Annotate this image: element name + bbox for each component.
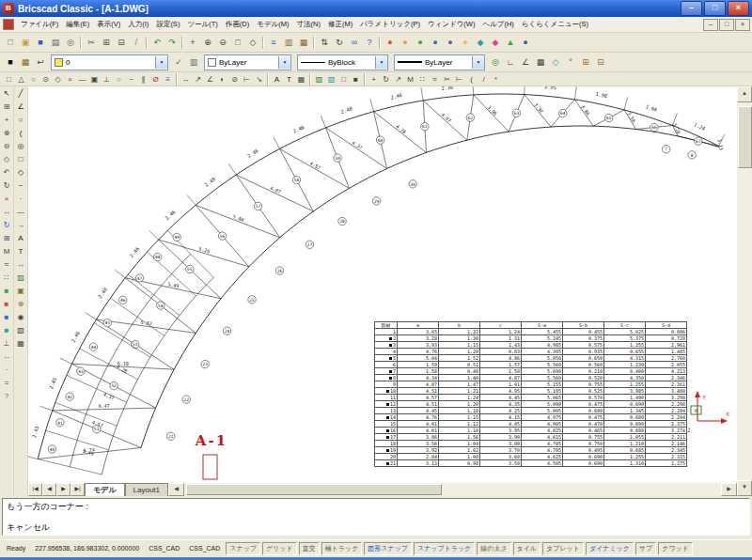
hatch-icon[interactable]: ▨ xyxy=(313,73,325,85)
text-multi-icon[interactable]: T xyxy=(283,73,295,85)
donut-icon[interactable]: ◉ xyxy=(15,310,27,323)
pan-icon[interactable]: + xyxy=(1,113,13,126)
view-sw-iso-icon[interactable]: ■ xyxy=(1,297,13,310)
ucs-icon[interactable]: ⊥ xyxy=(1,336,13,350)
menu-item-11[interactable]: ウィンドウ(W) xyxy=(424,19,478,30)
snap-center-icon[interactable]: ○ xyxy=(27,73,39,85)
view-right-icon[interactable]: ● xyxy=(413,36,428,50)
rotate-icon[interactable]: ↻ xyxy=(1,218,13,231)
ellipse-icon[interactable]: ◎ xyxy=(15,139,27,152)
menu-item-3[interactable]: 入力(I) xyxy=(124,19,152,30)
materials-icon[interactable]: ◆ xyxy=(473,36,488,50)
ungroup-icon[interactable]: ⊟ xyxy=(593,55,608,70)
status-toggle-3[interactable]: 極トラック xyxy=(321,542,363,555)
mtext-icon[interactable]: T xyxy=(15,244,27,257)
zoom-out-icon[interactable]: ⊖ xyxy=(215,36,230,50)
mirror-icon[interactable]: M xyxy=(1,244,13,257)
spline-icon[interactable]: ~ xyxy=(15,179,27,192)
close-button[interactable]: × xyxy=(728,1,749,16)
menu-item-10[interactable]: パラメトリック(P) xyxy=(356,19,424,30)
maximize-button[interactable]: □ xyxy=(704,1,726,16)
status-toggle-10[interactable]: サブ xyxy=(635,542,656,555)
trim-icon[interactable]: ✂ xyxy=(441,73,453,85)
paste-icon[interactable]: ⊟ xyxy=(114,36,129,50)
status-toggle-7[interactable]: タイル xyxy=(513,542,541,555)
horizontal-scroll-track[interactable] xyxy=(184,483,721,496)
arc-icon[interactable]: ( xyxy=(15,126,27,139)
layers-icon[interactable]: ▦ xyxy=(296,36,311,50)
chamfer-icon[interactable]: / xyxy=(478,73,490,85)
units-icon[interactable]: ° xyxy=(563,55,578,70)
status-toggle-5[interactable]: スナップトラック xyxy=(414,542,475,555)
zoom-out-icon[interactable]: ⊖ xyxy=(1,139,13,152)
snap-insertion-icon[interactable]: ▣ xyxy=(88,73,101,85)
make-layer-current-icon[interactable]: ✓ xyxy=(171,55,186,70)
render-icon[interactable]: ● xyxy=(443,36,458,50)
child-restore-button[interactable]: □ xyxy=(719,19,734,31)
color-swatch-icon[interactable]: ■ xyxy=(3,55,18,70)
isometric-icon[interactable]: ◇ xyxy=(548,55,563,70)
drawing-canvas[interactable]: 2.432.452.462.482.462.462.482.462.462.48… xyxy=(28,86,737,483)
scroll-down-icon[interactable]: ▼ xyxy=(737,480,752,496)
snap-settings-icon[interactable]: ≡ xyxy=(162,73,174,85)
extend-icon[interactable]: ⊢ xyxy=(453,73,465,85)
move-icon[interactable]: + xyxy=(368,73,380,85)
match-properties-icon[interactable]: / xyxy=(129,36,144,50)
open-file-icon[interactable]: ▣ xyxy=(18,36,33,50)
link-icon[interactable]: ∞ xyxy=(347,36,362,50)
group-icon[interactable]: ⊞ xyxy=(578,55,593,70)
layer-settings-icon[interactable]: ▦ xyxy=(18,55,33,70)
quick-select-icon[interactable]: ⊞ xyxy=(1,100,13,113)
minimize-button[interactable]: – xyxy=(681,1,702,16)
horizontal-scrollbar[interactable]: ◀ ▶ xyxy=(168,483,737,496)
table-icon[interactable]: ▦ xyxy=(15,336,27,350)
command-window[interactable]: もう一方のコーナー : キャンセル xyxy=(2,498,750,536)
zoom-previous-icon[interactable]: ↶ xyxy=(1,165,13,179)
dim-aligned-icon[interactable]: ↗ xyxy=(192,73,204,85)
status-toggle-9[interactable]: ダイナミック xyxy=(586,542,634,555)
print-icon[interactable]: ▤ xyxy=(48,36,63,50)
dimension-icon[interactable]: ↔ xyxy=(15,257,27,271)
dim-angular-icon[interactable]: ∠ xyxy=(204,73,216,85)
wipeout-icon[interactable]: ▧ xyxy=(15,323,27,336)
linetype-combo[interactable]: ByBlock ▼ xyxy=(297,54,388,70)
pan-icon[interactable]: + xyxy=(185,36,200,50)
redo-icon[interactable]: ↷ xyxy=(164,36,180,50)
block-icon[interactable]: ▣ xyxy=(15,284,27,297)
snap-midpoint-icon[interactable]: △ xyxy=(15,73,27,85)
zoom-in-icon[interactable]: ⊕ xyxy=(1,126,13,139)
rectangle-icon[interactable]: □ xyxy=(15,152,27,165)
copy-icon[interactable]: ⊞ xyxy=(1,231,13,244)
offset-icon[interactable]: ≈ xyxy=(1,257,13,271)
draw-order-icon[interactable]: ⇅ xyxy=(317,36,332,50)
view-nw-iso-icon[interactable]: ■ xyxy=(1,323,13,336)
view-ne-iso-icon[interactable]: ■ xyxy=(1,310,13,323)
layer-combo[interactable]: 0 ▼ xyxy=(51,54,168,70)
construction-line-icon[interactable]: — xyxy=(15,205,27,218)
menu-item-1[interactable]: 編集(E) xyxy=(62,19,93,30)
menu-item-8[interactable]: 寸法(N) xyxy=(293,19,324,30)
dim-linear-icon[interactable]: ↔ xyxy=(180,73,192,85)
menu-item-12[interactable]: ヘルプ(H) xyxy=(478,19,517,30)
drawing-explorer-icon[interactable]: ▥ xyxy=(281,36,296,50)
snap-endpoint-icon[interactable]: □ xyxy=(3,73,15,85)
scroll-up-icon[interactable]: ▲ xyxy=(737,86,752,102)
entity-snap-icon[interactable]: ◎ xyxy=(488,55,503,70)
view-iso-icon[interactable]: ● xyxy=(428,36,443,50)
ray-icon[interactable]: → xyxy=(15,218,27,231)
print-preview-icon[interactable]: ◎ xyxy=(63,36,78,50)
view-front-icon[interactable]: ● xyxy=(398,36,413,50)
snap-parallel-icon[interactable]: ∥ xyxy=(137,73,149,85)
explode-icon[interactable]: * xyxy=(490,73,502,85)
dim-leader-icon[interactable]: ↘ xyxy=(253,73,265,85)
status-toggle-0[interactable]: スナップ xyxy=(226,542,260,555)
snap-node-icon[interactable]: ⊙ xyxy=(39,73,52,85)
color-combo[interactable]: ByLayer ▼ xyxy=(204,54,291,70)
region-icon[interactable]: ■ xyxy=(350,73,362,85)
polar-mode-icon[interactable]: ∠ xyxy=(518,55,533,70)
chevron-down-icon[interactable]: ▼ xyxy=(155,56,167,69)
horizontal-scroll-thumb[interactable] xyxy=(186,484,442,495)
snap-nearest-icon[interactable]: ~ xyxy=(125,73,137,85)
status-toggle-2[interactable]: 直交 xyxy=(299,542,320,555)
move-icon[interactable]: ↔ xyxy=(1,205,13,218)
